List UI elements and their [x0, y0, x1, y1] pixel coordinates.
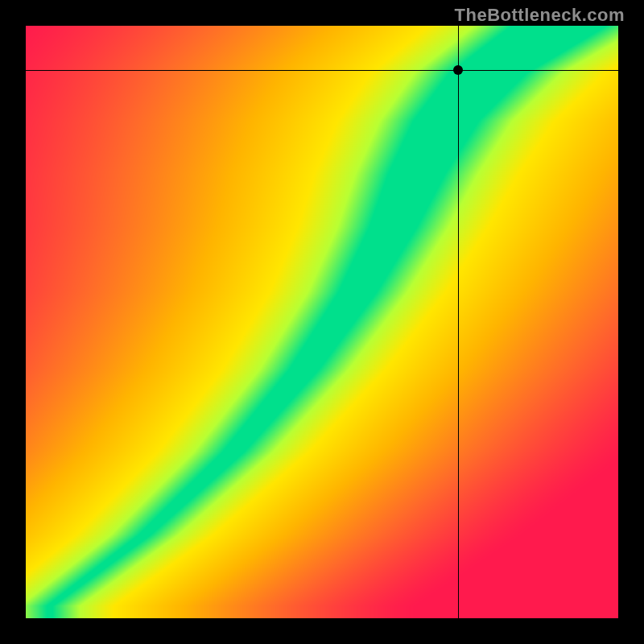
watermark-text: TheBottleneck.com: [455, 5, 625, 26]
marker-point: [453, 65, 463, 75]
heatmap-container: [26, 26, 618, 618]
crosshair-horizontal: [26, 70, 618, 71]
heatmap-canvas: [26, 26, 618, 618]
crosshair-vertical: [458, 26, 459, 618]
